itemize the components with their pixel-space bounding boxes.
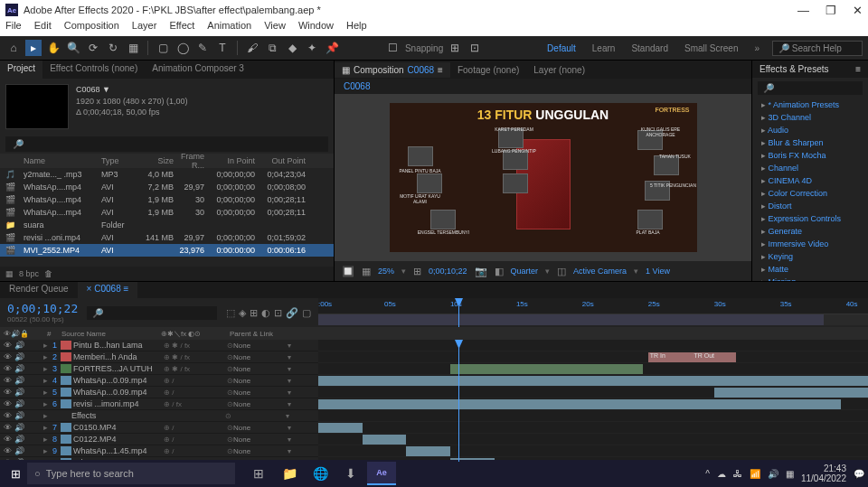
timeline-track[interactable]: TR In [318,375,868,387]
timeline-layer[interactable]: 👁 🔊▸6revisi ...imoni.mp4⊕ / fx⊙None▾ [0,398,318,410]
brush-tool[interactable]: 🖌 [244,40,260,56]
orbit-tool[interactable]: ⟳ [85,40,101,56]
col-parent[interactable]: Parent & Link [226,330,289,338]
bin-icon[interactable]: ▦ [5,269,14,278]
effect-category[interactable]: Keying [752,250,868,263]
project-item[interactable]: 🎵y2mate..._ .mp3MP34,0 MB0;00;00;000;04;… [0,168,334,181]
clone-tool[interactable]: ⧉ [264,40,280,56]
timeline-layer[interactable]: 👁 🔊▸9WhatsAp...1.45.mp4⊕ /⊙None▾ [0,445,318,457]
tray-chevron-icon[interactable]: ^ [705,469,710,479]
clip[interactable] [714,388,868,398]
effect-category[interactable]: Color Correction [752,187,868,200]
zoom-tool[interactable]: 🔍 [65,40,81,56]
taskbar-search[interactable]: ○ Type here to search [27,463,235,484]
pen-tool[interactable]: ✎ [194,40,211,56]
taskbar-clock[interactable]: 21:43 11/04/2022 [801,464,846,483]
effect-category[interactable]: Matte [752,263,868,276]
clip[interactable]: TR Out [692,352,736,362]
minimize-button[interactable]: — [797,4,809,17]
channel-icon[interactable]: ◧ [495,266,504,277]
menu-animation[interactable]: Animation [207,20,251,36]
selection-tool[interactable]: ▸ [25,40,42,56]
hand-tool[interactable]: ✋ [45,40,61,56]
effect-category[interactable]: Missing [752,276,868,281]
effect-category[interactable]: Immersive Video [752,238,868,250]
col-source-name[interactable]: Source Name [58,330,157,338]
col-type[interactable]: Type [101,156,134,165]
playhead[interactable] [458,298,459,327]
3d-icon[interactable]: ◫ [557,266,566,277]
col-mode[interactable]: ⊕✱＼fx ◐⊙ [157,329,226,339]
clip[interactable] [363,435,407,445]
text-tool[interactable]: T [214,40,231,56]
roto-tool[interactable]: ✦ [304,40,320,56]
current-time-display[interactable]: 0;00;10;22 [7,302,78,315]
menu-effect[interactable]: Effect [169,20,194,36]
effect-category[interactable]: 3D Channel [752,111,868,124]
col-name[interactable]: Name [24,156,101,165]
res-icon[interactable]: ⊞ [413,266,421,277]
chrome-icon[interactable]: 🌐 [306,462,335,485]
effect-category[interactable]: Audio [752,124,868,136]
workspace-overflow[interactable]: » [750,43,763,53]
workspace-default[interactable]: Default [543,43,580,53]
tray-onedrive-icon[interactable]: ☁ [717,469,726,479]
tab-layer[interactable]: Layer (none) [526,62,592,78]
zoom-dropdown[interactable]: 25% [378,267,394,276]
quality-dropdown[interactable]: Quarter [511,267,539,276]
col-in[interactable]: In Point [204,156,255,165]
timeline-track[interactable] [318,445,868,457]
aftereffects-taskbar-icon[interactable]: Ae [367,462,396,485]
panel-menu-icon[interactable]: ≡ [855,64,861,74]
menu-file[interactable]: File [5,20,22,36]
taskview-icon[interactable]: ⊞ [244,462,273,485]
clip[interactable] [450,364,643,374]
maximize-button[interactable]: ❐ [826,4,836,17]
playhead-line[interactable] [458,340,459,462]
project-item[interactable]: 🎬MVI_2552.MP4AVI23,9760:00:00:000:00:06:… [0,244,334,257]
tl-opt1-icon[interactable]: ⬚ [226,307,235,319]
timeline-ruler[interactable]: :00s05s10s15s20s25s30s35s40s [318,298,868,314]
timeline-track[interactable] [318,398,868,410]
tab-project[interactable]: Project [0,61,42,79]
tl-opt2-icon[interactable]: ◈ [239,307,246,319]
clip[interactable] [318,423,363,433]
comp-breadcrumb[interactable]: C0068 [335,79,751,94]
close-button[interactable]: ✕ [853,4,863,17]
timeline-tracks[interactable]: TR InTR OutTR InTR OutTR In [318,340,868,462]
explorer-icon[interactable]: 📁 [275,462,304,485]
effect-category[interactable]: Expression Controls [752,212,868,225]
project-item[interactable]: 🎬WhatsAp....mp4AVI7,2 MB29,970;00;00;000… [0,181,334,193]
rotate-tool[interactable]: ↻ [105,40,121,56]
tray-lang-icon[interactable]: ▦ [786,469,794,479]
trash-icon[interactable]: 🗑 [44,269,52,278]
view-dropdown[interactable]: 1 View [646,267,670,276]
timeline-track[interactable] [318,434,868,445]
effects-search-input[interactable]: 🔎 [758,81,863,95]
tl-opt3-icon[interactable]: ⊞ [250,307,258,319]
eraser-tool[interactable]: ◆ [284,40,300,56]
menu-edit[interactable]: Edit [34,20,52,36]
timeline-layer[interactable]: 👁 🔊▸ Effects⊙▾ [0,410,318,422]
timeline-search[interactable]: 🔎 [87,306,217,320]
timeline-track[interactable] [318,422,868,434]
workspace-learn[interactable]: Learn [589,43,619,53]
rect-tool[interactable]: ▢ [155,40,171,56]
tray-wifi-icon[interactable]: 📶 [750,469,760,479]
col-out[interactable]: Out Point [255,156,306,165]
effect-category[interactable]: Boris FX Mocha [752,149,868,162]
tray-volume-icon[interactable]: 🔊 [768,469,778,479]
idm-icon[interactable]: ⬇ [336,462,365,485]
tl-opt7-icon[interactable]: ▢ [302,307,311,319]
effect-category[interactable]: Generate [752,225,868,238]
effect-category[interactable]: CINEMA 4D [752,174,868,187]
comp-viewer[interactable]: 13 FITUR UNGGULAN FORTRESS KARET PEREDAM… [335,94,751,261]
comp-name-dropdown[interactable]: C0068 ▼ [76,84,188,96]
clip[interactable]: TR In [648,352,693,362]
project-item[interactable]: 🎬revisi ...oni.mp4AVI141 MB29,970;00;00;… [0,231,334,244]
timeline-layer[interactable]: 👁 🔊▸7C0150.MP4⊕ /⊙None▾ [0,422,318,434]
timeline-layer[interactable]: 👁 🔊▸5WhatsAp...0.09.mp4⊕ /⊙None▾ [0,387,318,398]
timeline-layer[interactable]: 👁 🔊▸8C0122.MP4⊕ /⊙None▾ [0,434,318,445]
timeline-layer[interactable]: 👁 🔊▸2Memberi...h Anda⊕ ✱ / fx⊙None▾ [0,351,318,363]
magnify-icon[interactable]: 🔲 [342,266,354,277]
